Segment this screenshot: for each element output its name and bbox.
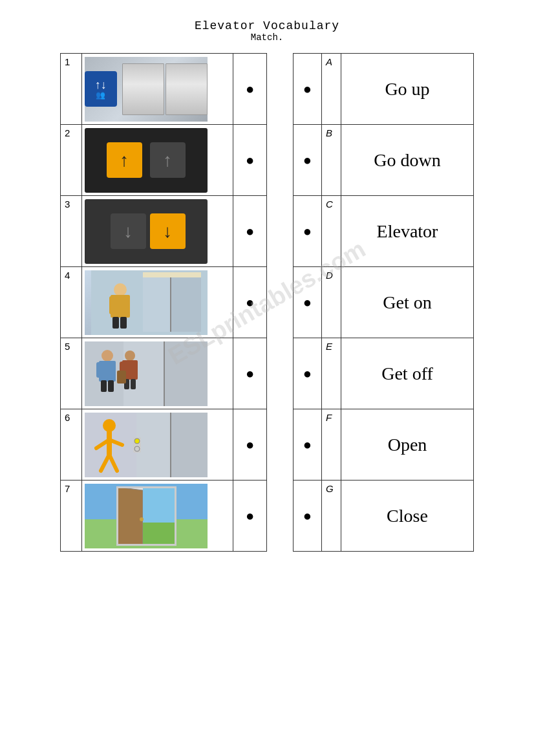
row-number: 6 — [61, 409, 82, 481]
row-number: 3 — [61, 196, 82, 267]
svg-point-50 — [140, 517, 144, 521]
arrow-off-btn: ↑ — [150, 142, 186, 178]
word-cell-b: Go down — [341, 125, 474, 196]
svg-rect-33 — [171, 413, 208, 477]
letter-cell: F — [322, 409, 341, 481]
left-dot-7: ● — [233, 481, 267, 552]
image-cell — [81, 481, 233, 552]
svg-rect-19 — [96, 362, 103, 378]
left-dot-6: ● — [233, 409, 267, 481]
table-row: 3 ↓ ↓ ● — [61, 196, 267, 267]
image-cell: ↓ ↓ — [81, 196, 233, 267]
word-cell-d: Get on — [341, 267, 474, 338]
svg-rect-29 — [117, 371, 126, 383]
image-cell — [81, 338, 233, 409]
svg-rect-32 — [136, 413, 171, 477]
svg-rect-28 — [131, 379, 136, 389]
row-number: 1 — [61, 54, 82, 125]
title-section: Elevator Vocabulary Match. — [21, 19, 513, 43]
right-dot-d: ● — [294, 267, 322, 338]
elevator-sign-icon: ↑↓ 👥 — [85, 71, 117, 107]
vocab-word: Close — [387, 506, 428, 526]
page-subtitle: Match. — [21, 32, 513, 43]
arrow-off-btn2: ↓ — [111, 213, 146, 249]
table-row: ● D Get on — [294, 267, 474, 338]
left-dot-5: ● — [233, 338, 267, 409]
word-cell-f: Open — [341, 409, 474, 481]
table-row: 2 ↑ ↑ ● — [61, 125, 267, 196]
table-row: 1 ↑↓ 👥 ● — [61, 54, 267, 125]
svg-rect-8 — [109, 296, 117, 314]
row-number: 2 — [61, 125, 82, 196]
letter-cell: B — [322, 125, 341, 196]
right-dot-b: ● — [294, 125, 322, 196]
table-row: ● F Open — [294, 409, 474, 481]
page: Elevator Vocabulary Match. ESLprintables… — [21, 19, 513, 552]
right-dot-a: ● — [294, 54, 322, 125]
table-row: 7 — [61, 481, 267, 552]
table-row: ● A Go up — [294, 54, 474, 125]
svg-point-23 — [125, 351, 135, 361]
vocab-word: Open — [388, 435, 427, 455]
table-row: 6 — [61, 409, 267, 481]
svg-rect-22 — [108, 380, 114, 392]
page-title: Elevator Vocabulary — [21, 19, 513, 32]
letter-cell: E — [322, 338, 341, 409]
row-number: 4 — [61, 267, 82, 338]
svg-rect-9 — [123, 296, 130, 313]
image-person-enter — [85, 270, 208, 335]
svg-rect-49 — [143, 523, 175, 545]
word-cell-a: Go up — [341, 54, 474, 125]
arrow-down-btn: ↓ — [150, 213, 186, 249]
svg-rect-54 — [116, 544, 176, 546]
letter-cell: D — [322, 267, 341, 338]
svg-point-37 — [134, 446, 140, 451]
image-cell — [81, 267, 233, 338]
svg-rect-52 — [175, 486, 176, 546]
vocab-word: Elevator — [377, 221, 438, 241]
table-row: ● E Get off — [294, 338, 474, 409]
word-cell-e: Get off — [341, 338, 474, 409]
image-arrow-up: ↑ ↑ — [85, 128, 208, 193]
right-dot-g: ● — [294, 481, 322, 552]
letter-cell: G — [322, 481, 341, 552]
image-arrow-down: ↓ ↓ — [85, 199, 208, 264]
left-dot-3: ● — [233, 196, 267, 267]
letter-cell: C — [322, 196, 341, 267]
left-dot-1: ● — [233, 54, 267, 125]
svg-rect-26 — [132, 362, 138, 374]
table-row: ● B Go down — [294, 125, 474, 196]
image-cell — [81, 409, 233, 481]
person-enter-svg — [91, 270, 208, 335]
word-cell-c: Elevator — [341, 196, 474, 267]
open-door-svg — [85, 484, 208, 548]
vocab-word: Go up — [385, 79, 429, 99]
elevator-doors — [122, 63, 208, 115]
svg-rect-5 — [143, 272, 201, 277]
svg-rect-15 — [165, 341, 208, 406]
svg-marker-47 — [117, 487, 143, 545]
right-dot-f: ● — [294, 409, 322, 481]
image-person-outside — [85, 413, 208, 477]
image-cell: ↑↓ 👥 — [81, 54, 233, 125]
svg-rect-3 — [171, 274, 201, 332]
svg-point-36 — [134, 438, 140, 444]
svg-rect-53 — [116, 486, 176, 488]
table-row: ● C Elevator — [294, 196, 474, 267]
door-left — [122, 63, 164, 115]
svg-rect-11 — [120, 317, 127, 329]
right-table: ● A Go up ● B Go down ● C Elevator — [293, 53, 474, 552]
table-row: ● G Close — [294, 481, 474, 552]
right-dot-e: ● — [294, 338, 322, 409]
svg-rect-20 — [109, 362, 115, 376]
left-table: 1 ↑↓ 👥 ● 2 — [60, 53, 267, 552]
table-row: 4 — [61, 267, 267, 338]
image-people-exit — [85, 341, 208, 406]
svg-rect-2 — [143, 274, 171, 332]
svg-rect-51 — [116, 486, 118, 546]
word-cell-g: Close — [341, 481, 474, 552]
left-dot-4: ● — [233, 267, 267, 338]
row-number: 7 — [61, 481, 82, 552]
person-outside-svg — [85, 413, 208, 477]
image-elevator: ↑↓ 👥 — [85, 57, 208, 122]
